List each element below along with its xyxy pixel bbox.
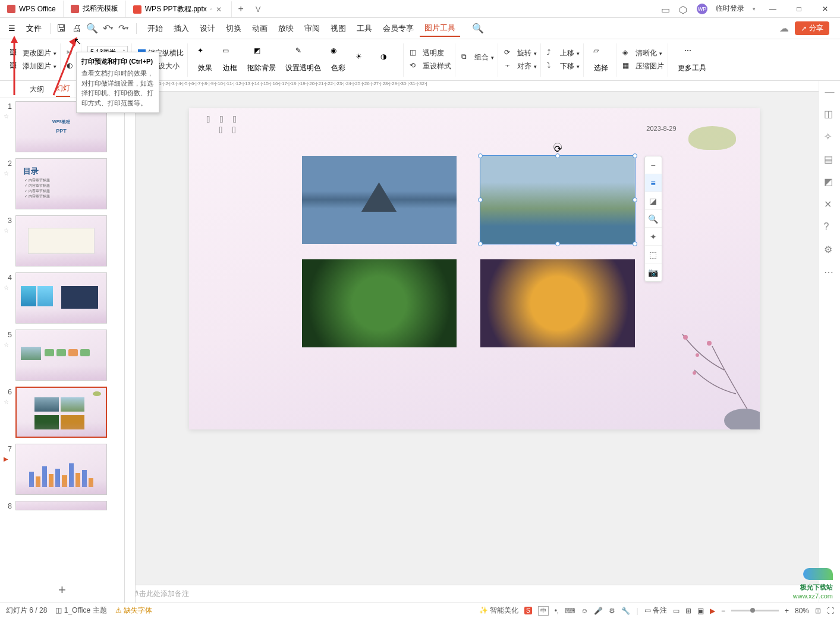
ime-emoji-icon[interactable]: ☺ — [581, 607, 588, 615]
zoom-value[interactable]: 80% — [795, 607, 809, 615]
menu-animation[interactable]: 动画 — [247, 21, 272, 36]
fit-button[interactable]: ⊡ — [815, 607, 821, 615]
menu-review[interactable]: 审阅 — [300, 21, 325, 36]
menu-transition[interactable]: 切换 — [221, 21, 246, 36]
layout-icon[interactable]: ▭ — [661, 4, 671, 14]
remove-bg-button[interactable]: ◩抠除背景 — [244, 46, 279, 73]
menu-slideshow[interactable]: 放映 — [273, 21, 298, 36]
tab-document[interactable]: WPS PPT教程.pptx ▫ ✕ — [126, 1, 232, 17]
close-window-button[interactable]: ✕ — [816, 5, 834, 13]
align-button[interactable]: ⫟对齐▾ — [504, 61, 537, 72]
clarify-button[interactable]: ◈清晰化▾ — [622, 48, 664, 59]
trans-color-button[interactable]: ✎设置透明色 — [282, 46, 325, 73]
missing-font-warning[interactable]: ⚠ 缺失字体 — [115, 606, 152, 616]
view-normal-icon[interactable]: ▭ — [673, 607, 679, 615]
redo-icon[interactable]: ↷▾ — [116, 21, 130, 36]
move-up-button[interactable]: ⤴上移▾ — [547, 48, 580, 59]
tools-icon[interactable]: ✕ — [824, 199, 836, 211]
help-icon[interactable]: ? — [824, 221, 836, 233]
collapse-icon[interactable]: — — [825, 87, 835, 98]
zoom-out-button[interactable]: − — [721, 607, 725, 615]
color-button[interactable]: ◉色彩 — [327, 46, 350, 73]
slide-thumbnail-7[interactable]: 7▶ — [4, 444, 121, 495]
float-crop-button[interactable]: ◪ — [645, 192, 662, 210]
fullscreen-button[interactable]: ⛶ — [827, 607, 834, 615]
resize-handle-s[interactable] — [555, 241, 560, 246]
transparency-button[interactable]: ◫透明度 — [410, 48, 451, 59]
zoom-slider[interactable] — [731, 610, 779, 611]
menu-picture-tools[interactable]: 图片工具 — [420, 20, 460, 37]
cube-icon[interactable]: ⬡ — [679, 4, 688, 14]
resize-handle-se[interactable] — [633, 241, 637, 246]
resize-handle-sw[interactable] — [478, 241, 483, 246]
menu-insert[interactable]: 插入 — [169, 21, 194, 36]
move-down-button[interactable]: ⤵下移▾ — [547, 61, 580, 72]
ime-tool-icon[interactable]: 🔧 — [621, 607, 630, 615]
view-slideshow-icon[interactable]: ▶ — [710, 607, 715, 615]
compress-button[interactable]: ▦压缩图片 — [622, 61, 664, 72]
ime-period-icon[interactable]: •, — [555, 607, 559, 615]
resize-handle-ne[interactable] — [633, 153, 637, 158]
share-button[interactable]: ↗ 分享 — [795, 21, 829, 35]
tab-templates[interactable]: 找稻壳模板 — [64, 1, 126, 17]
slide-image-4[interactable] — [480, 259, 635, 347]
maximize-button[interactable]: □ — [790, 5, 808, 13]
slide-image-3[interactable] — [302, 259, 457, 347]
cloud-icon[interactable]: ☁ — [779, 23, 789, 34]
ime-indicator[interactable]: S — [524, 607, 532, 614]
combine-button[interactable]: ⧉组合▾ — [461, 52, 494, 63]
theme-indicator[interactable]: ◫ 1_Office 主题 — [55, 606, 106, 616]
slide-thumbnail-6[interactable]: 6☆ — [4, 387, 121, 438]
file-menu[interactable]: 文件 — [21, 22, 46, 35]
float-magic-button[interactable]: ✦ — [645, 228, 662, 246]
template-panel-icon[interactable]: ▤ — [824, 153, 836, 165]
add-image-button[interactable]: 🖼 添加图片▾ — [10, 61, 56, 72]
view-reading-icon[interactable]: ▣ — [697, 607, 704, 615]
slide-thumbnail-5[interactable]: 5☆ — [4, 330, 121, 381]
rotate-button[interactable]: ⟳旋转▾ — [504, 48, 537, 59]
slide-canvas[interactable]: 𓅯 𓅮 𓅬 𓅮 𓅬 2023-8-29 ⟳ — [189, 108, 760, 429]
print-preview-icon[interactable]: 🔍 — [85, 21, 99, 36]
menu-start[interactable]: 开始 — [143, 21, 168, 36]
slide-image-1[interactable] — [302, 156, 457, 244]
float-frame-button[interactable]: ⬚ — [645, 246, 662, 263]
search-icon[interactable]: 🔍 — [471, 21, 485, 36]
tab-list-button[interactable]: ⋁ — [250, 5, 266, 12]
float-screenshot-button[interactable]: 📷 — [645, 263, 662, 281]
menu-design[interactable]: 设计 — [195, 21, 220, 36]
resize-handle-e[interactable] — [633, 197, 637, 202]
rotation-handle[interactable]: ⟳ — [553, 143, 562, 151]
notes-input[interactable]: 单击此处添加备注 — [125, 585, 819, 603]
slide-image-2-selected[interactable]: ⟳ — [480, 156, 635, 244]
select-button[interactable]: ▱选择 — [590, 46, 612, 73]
slide-thumbnail-3[interactable]: 3☆ — [4, 215, 121, 266]
slide-thumbnail-4[interactable]: 4☆ — [4, 272, 121, 324]
undo-icon[interactable]: ↶▾ — [100, 21, 115, 36]
avatar[interactable]: WP — [697, 4, 707, 14]
brightness-button[interactable]: ☀ — [352, 52, 375, 68]
settings-icon[interactable]: ⚙ — [824, 244, 836, 256]
float-minus-button[interactable]: − — [645, 156, 662, 174]
ime-keyboard-icon[interactable]: ⌨ — [565, 607, 575, 615]
tab-outline[interactable]: 大纲 — [30, 82, 44, 97]
tab-menu-icon[interactable]: ▫ — [210, 6, 213, 12]
resize-handle-nw[interactable] — [478, 153, 483, 158]
more-panel-icon[interactable]: ⋯ — [824, 266, 836, 278]
close-icon[interactable]: ✕ — [216, 5, 224, 14]
view-sorter-icon[interactable]: ⊞ — [685, 607, 691, 615]
print-icon[interactable]: 🖨 — [70, 21, 84, 36]
border-button[interactable]: ▭边框 — [219, 46, 241, 73]
menu-view[interactable]: 视图 — [326, 21, 351, 36]
tab-slides[interactable]: 幻灯 — [56, 81, 70, 97]
tab-wps-home[interactable]: WPS Office — [0, 1, 64, 17]
canvas-scroll[interactable]: 𓅯 𓅮 𓅬 𓅮 𓅬 2023-8-29 ⟳ — [125, 92, 819, 585]
float-search-button[interactable]: 🔍 — [645, 210, 662, 228]
notes-toggle[interactable]: ▭ 备注 — [644, 606, 667, 616]
ime-gear-icon[interactable]: ⚙ — [609, 607, 615, 615]
slide-thumbnail-2[interactable]: 2☆ 目录✓ 内容章节标题✓ 内容章节标题✓ 内容章节标题✓ 内容章节标题 — [4, 158, 121, 209]
contrast-button[interactable]: ◑ — [377, 52, 399, 68]
minimize-button[interactable]: — — [764, 5, 782, 13]
effect-button[interactable]: ✦效果 — [194, 46, 216, 73]
more-tools-button[interactable]: ⋯更多工具 — [674, 46, 710, 73]
zoom-in-button[interactable]: + — [785, 607, 789, 615]
